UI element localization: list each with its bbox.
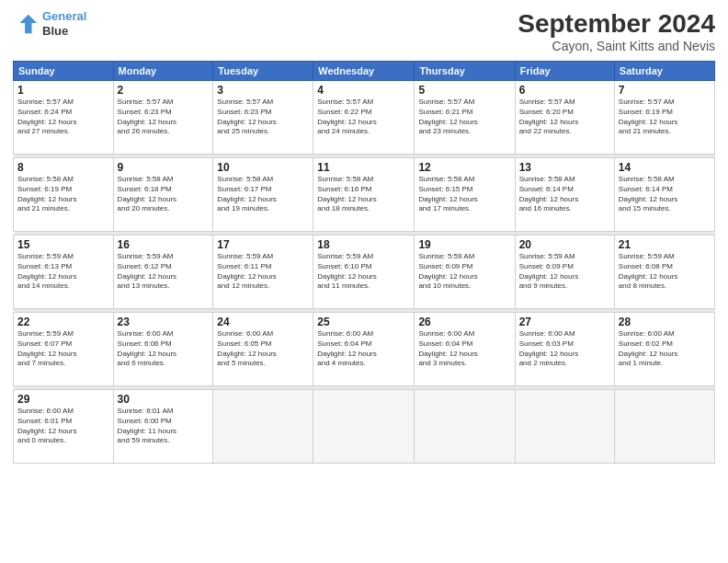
day-9: 9Sunrise: 5:58 AMSunset: 6:18 PMDaylight… <box>113 158 213 232</box>
day-info: Sunrise: 6:01 AMSunset: 6:00 PMDaylight:… <box>118 407 210 446</box>
day-number: 11 <box>317 161 410 174</box>
day-info: Sunrise: 5:57 AMSunset: 6:22 PMDaylight:… <box>317 98 410 137</box>
day-25: 25Sunrise: 6:00 AMSunset: 6:04 PMDayligh… <box>313 313 415 386</box>
empty-day <box>515 390 614 464</box>
week-3-row: 15Sunrise: 5:59 AMSunset: 6:13 PMDayligh… <box>14 236 715 309</box>
day-number: 16 <box>118 238 210 251</box>
empty-day <box>614 390 714 464</box>
day-number: 21 <box>619 238 711 251</box>
day-info: Sunrise: 5:57 AMSunset: 6:20 PMDaylight:… <box>519 98 610 137</box>
title-area: September 2024 Cayon, Saint Kitts and Ne… <box>518 9 715 53</box>
day-2: 2Sunrise: 5:57 AMSunset: 6:23 PMDaylight… <box>113 81 213 155</box>
day-23: 23Sunrise: 6:00 AMSunset: 6:06 PMDayligh… <box>113 313 213 386</box>
day-number: 12 <box>418 161 510 174</box>
col-friday: Friday <box>515 62 614 81</box>
page: General Blue September 2024 Cayon, Saint… <box>0 0 728 563</box>
day-22: 22Sunrise: 5:59 AMSunset: 6:07 PMDayligh… <box>14 313 114 386</box>
day-5: 5Sunrise: 5:57 AMSunset: 6:21 PMDaylight… <box>415 81 515 155</box>
day-info: Sunrise: 5:57 AMSunset: 6:23 PMDaylight:… <box>118 98 210 137</box>
day-14: 14Sunrise: 5:58 AMSunset: 6:14 PMDayligh… <box>614 158 714 232</box>
day-number: 6 <box>519 84 610 97</box>
day-12: 12Sunrise: 5:58 AMSunset: 6:15 PMDayligh… <box>415 158 515 232</box>
day-number: 29 <box>17 393 109 406</box>
day-number: 4 <box>317 84 410 97</box>
day-info: Sunrise: 5:58 AMSunset: 6:17 PMDaylight:… <box>217 175 309 214</box>
day-info: Sunrise: 5:57 AMSunset: 6:24 PMDaylight:… <box>17 98 109 137</box>
day-info: Sunrise: 6:00 AMSunset: 6:02 PMDaylight:… <box>619 329 711 369</box>
day-info: Sunrise: 5:59 AMSunset: 6:11 PMDaylight:… <box>217 252 309 292</box>
day-number: 27 <box>519 316 610 328</box>
day-info: Sunrise: 5:59 AMSunset: 6:07 PMDaylight:… <box>17 329 109 369</box>
day-number: 3 <box>217 84 309 97</box>
day-info: Sunrise: 5:59 AMSunset: 6:08 PMDaylight:… <box>619 252 711 292</box>
day-number: 30 <box>118 393 210 406</box>
day-info: Sunrise: 5:59 AMSunset: 6:10 PMDaylight:… <box>317 252 410 292</box>
day-number: 25 <box>317 316 410 328</box>
day-info: Sunrise: 6:00 AMSunset: 6:04 PMDaylight:… <box>418 329 510 369</box>
day-number: 10 <box>217 161 309 174</box>
day-30: 30Sunrise: 6:01 AMSunset: 6:00 PMDayligh… <box>113 390 213 464</box>
day-number: 14 <box>619 161 711 174</box>
day-15: 15Sunrise: 5:59 AMSunset: 6:13 PMDayligh… <box>14 236 114 309</box>
day-8: 8Sunrise: 5:58 AMSunset: 6:19 PMDaylight… <box>14 158 114 232</box>
week-2-row: 8Sunrise: 5:58 AMSunset: 6:19 PMDaylight… <box>14 158 715 232</box>
day-26: 26Sunrise: 6:00 AMSunset: 6:04 PMDayligh… <box>415 313 515 386</box>
day-number: 8 <box>17 161 109 174</box>
col-wednesday: Wednesday <box>313 62 415 81</box>
day-3: 3Sunrise: 5:57 AMSunset: 6:23 PMDaylight… <box>213 81 313 155</box>
day-number: 22 <box>17 316 109 328</box>
col-monday: Monday <box>113 62 213 81</box>
day-info: Sunrise: 5:58 AMSunset: 6:16 PMDaylight:… <box>317 175 410 214</box>
day-info: Sunrise: 5:58 AMSunset: 6:14 PMDaylight:… <box>619 175 711 214</box>
day-info: Sunrise: 5:57 AMSunset: 6:19 PMDaylight:… <box>619 98 711 137</box>
day-info: Sunrise: 6:00 AMSunset: 6:04 PMDaylight:… <box>317 329 410 369</box>
day-info: Sunrise: 5:58 AMSunset: 6:15 PMDaylight:… <box>418 175 510 214</box>
subtitle: Cayon, Saint Kitts and Nevis <box>518 39 715 53</box>
day-number: 19 <box>418 238 510 251</box>
day-info: Sunrise: 6:00 AMSunset: 6:03 PMDaylight:… <box>519 329 610 369</box>
day-24: 24Sunrise: 6:00 AMSunset: 6:05 PMDayligh… <box>213 313 313 386</box>
month-title: September 2024 <box>518 9 715 39</box>
week-1-row: 1Sunrise: 5:57 AMSunset: 6:24 PMDaylight… <box>14 81 715 155</box>
col-saturday: Saturday <box>614 62 714 81</box>
day-number: 18 <box>317 238 410 251</box>
empty-day <box>213 390 313 464</box>
empty-day <box>415 390 515 464</box>
day-28: 28Sunrise: 6:00 AMSunset: 6:02 PMDayligh… <box>614 313 714 386</box>
day-number: 28 <box>619 316 711 328</box>
day-4: 4Sunrise: 5:57 AMSunset: 6:22 PMDaylight… <box>313 81 415 155</box>
day-number: 1 <box>17 84 109 97</box>
week-5-row: 29Sunrise: 6:00 AMSunset: 6:01 PMDayligh… <box>14 390 715 464</box>
day-number: 20 <box>519 238 610 251</box>
day-info: Sunrise: 5:59 AMSunset: 6:09 PMDaylight:… <box>519 252 610 292</box>
day-info: Sunrise: 5:58 AMSunset: 6:19 PMDaylight:… <box>17 175 109 214</box>
day-number: 17 <box>217 238 309 251</box>
day-info: Sunrise: 6:00 AMSunset: 6:06 PMDaylight:… <box>118 329 210 369</box>
day-10: 10Sunrise: 5:58 AMSunset: 6:17 PMDayligh… <box>213 158 313 232</box>
header: General Blue September 2024 Cayon, Saint… <box>13 9 715 53</box>
day-29: 29Sunrise: 6:00 AMSunset: 6:01 PMDayligh… <box>14 390 114 464</box>
col-sunday: Sunday <box>14 62 114 81</box>
day-number: 7 <box>619 84 711 97</box>
day-1: 1Sunrise: 5:57 AMSunset: 6:24 PMDaylight… <box>14 81 114 155</box>
empty-day <box>313 390 415 464</box>
day-info: Sunrise: 6:00 AMSunset: 6:01 PMDaylight:… <box>17 407 109 446</box>
day-number: 2 <box>118 84 210 97</box>
day-info: Sunrise: 5:57 AMSunset: 6:21 PMDaylight:… <box>418 98 510 137</box>
day-info: Sunrise: 5:59 AMSunset: 6:09 PMDaylight:… <box>418 252 510 292</box>
day-number: 23 <box>118 316 210 328</box>
day-11: 11Sunrise: 5:58 AMSunset: 6:16 PMDayligh… <box>313 158 415 232</box>
day-18: 18Sunrise: 5:59 AMSunset: 6:10 PMDayligh… <box>313 236 415 309</box>
day-17: 17Sunrise: 5:59 AMSunset: 6:11 PMDayligh… <box>213 236 313 309</box>
calendar-table: Sunday Monday Tuesday Wednesday Thursday… <box>13 61 715 464</box>
day-16: 16Sunrise: 5:59 AMSunset: 6:12 PMDayligh… <box>113 236 213 309</box>
day-info: Sunrise: 5:59 AMSunset: 6:13 PMDaylight:… <box>17 252 109 292</box>
day-number: 9 <box>118 161 210 174</box>
col-tuesday: Tuesday <box>213 62 313 81</box>
header-row: Sunday Monday Tuesday Wednesday Thursday… <box>14 62 715 81</box>
col-thursday: Thursday <box>415 62 515 81</box>
day-number: 26 <box>418 316 510 328</box>
day-number: 13 <box>519 161 610 174</box>
day-7: 7Sunrise: 5:57 AMSunset: 6:19 PMDaylight… <box>614 81 714 155</box>
day-number: 24 <box>217 316 309 328</box>
